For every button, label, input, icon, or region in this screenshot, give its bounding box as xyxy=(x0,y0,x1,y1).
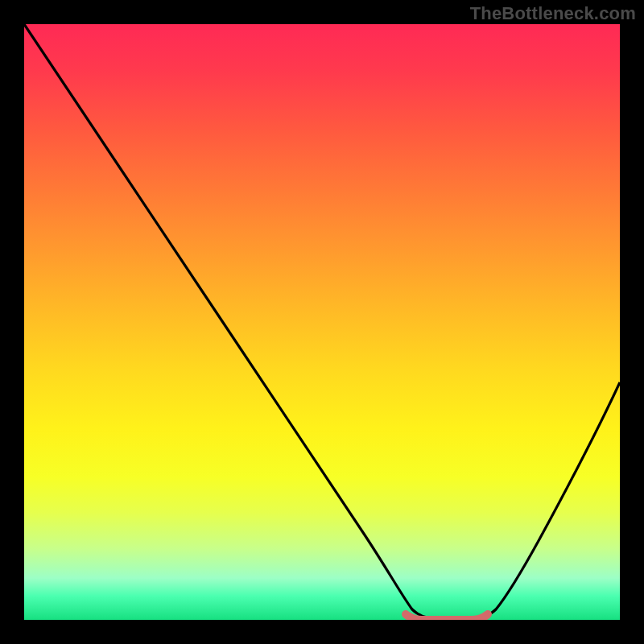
flat-minimum-marker xyxy=(406,614,488,620)
plot-area xyxy=(24,24,620,620)
bottleneck-curve xyxy=(24,24,620,618)
chart-frame: TheBottleneck.com xyxy=(0,0,644,644)
watermark-text: TheBottleneck.com xyxy=(470,3,636,24)
curve-svg xyxy=(24,24,620,620)
